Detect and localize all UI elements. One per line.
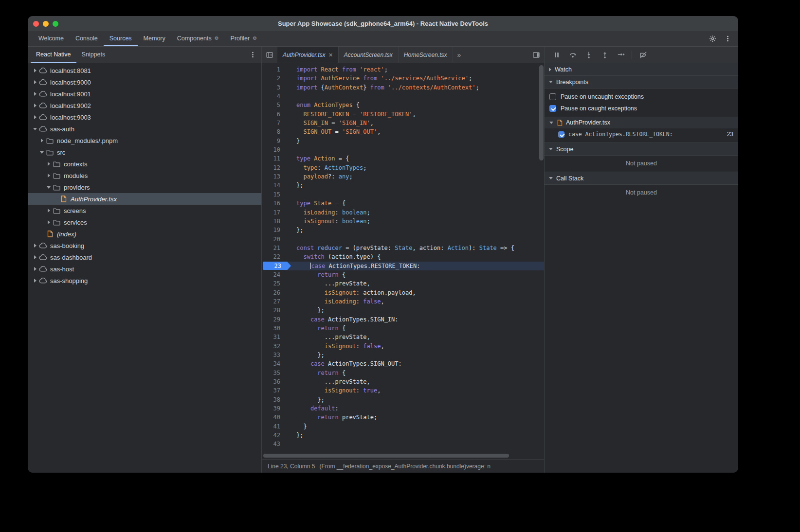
line-number[interactable]: 29 xyxy=(262,315,285,324)
tree-item-sas-shopping[interactable]: sas-shopping xyxy=(28,275,261,286)
tree-item-src[interactable]: src xyxy=(28,146,261,158)
breakpoint-entry[interactable]: case ActionTypes.RESTORE_TOKEN: 23 xyxy=(545,128,738,140)
pause-script-button[interactable] xyxy=(548,49,564,61)
zoom-window-button[interactable] xyxy=(53,21,58,27)
step-out-button[interactable] xyxy=(597,49,613,61)
tree-item--index-[interactable]: (index) xyxy=(28,228,261,240)
tree-item-localhost-9001[interactable]: localhost:9001 xyxy=(28,88,261,100)
tree-item-modules[interactable]: modules xyxy=(28,170,261,181)
navigator-tab-react-native[interactable]: React Native xyxy=(31,47,76,63)
settings-gear-icon[interactable] xyxy=(709,35,716,42)
line-number[interactable]: 1 xyxy=(262,65,285,74)
tree-item-providers[interactable]: providers xyxy=(28,181,261,193)
scope-section-header[interactable]: Scope xyxy=(545,142,738,156)
breakpoint-checkbox[interactable] xyxy=(558,131,564,138)
editor-tab-homescreen-tsx[interactable]: HomeScreen.tsx xyxy=(399,47,453,63)
vertical-scrollbar[interactable] xyxy=(539,65,544,160)
pause-uncaught-checkbox[interactable] xyxy=(549,93,556,100)
pause-uncaught-row[interactable]: Pause on uncaught exceptions xyxy=(545,91,738,103)
step-button[interactable] xyxy=(613,49,629,61)
line-number[interactable]: 18 xyxy=(262,217,285,226)
tree-item-screens[interactable]: screens xyxy=(28,205,261,216)
tree-item-services[interactable]: services xyxy=(28,216,261,228)
line-number[interactable]: 10 xyxy=(262,145,285,154)
bundle-link[interactable]: __federation_expose_AuthProvider.chunk.b… xyxy=(337,463,464,470)
main-tab-sources[interactable]: Sources xyxy=(104,31,138,46)
line-number[interactable]: 12 xyxy=(262,163,285,172)
line-number[interactable]: 22 xyxy=(262,252,285,261)
line-number[interactable]: 13 xyxy=(262,172,285,181)
navigator-tab-snippets[interactable]: Snippets xyxy=(76,47,111,63)
tree-item-localhost-9002[interactable]: localhost:9002 xyxy=(28,100,261,111)
line-number[interactable]: 3 xyxy=(262,83,285,92)
line-number[interactable]: 26 xyxy=(262,288,285,297)
line-number-gutter[interactable]: 1234567891011121314151617181920212223242… xyxy=(262,63,285,452)
line-number[interactable]: 8 xyxy=(262,127,285,136)
source-code[interactable]: import React from 'react';import AuthSer… xyxy=(285,63,544,452)
deactivate-breakpoints-button[interactable] xyxy=(635,49,651,61)
breakpoint-marker[interactable]: 23 xyxy=(263,262,291,270)
line-number[interactable]: 17 xyxy=(262,208,285,217)
close-window-button[interactable] xyxy=(33,21,39,27)
line-number[interactable]: 40 xyxy=(262,413,285,422)
horizontal-scrollbar[interactable] xyxy=(263,454,509,458)
line-number[interactable]: 32 xyxy=(262,342,285,351)
line-number[interactable]: 16 xyxy=(262,199,285,208)
line-number[interactable]: 38 xyxy=(262,395,285,404)
line-number[interactable]: 42 xyxy=(262,431,285,440)
breakpoints-section-header[interactable]: Breakpoints xyxy=(545,76,738,89)
line-number[interactable]: 31 xyxy=(262,333,285,341)
minimize-window-button[interactable] xyxy=(43,21,49,27)
tree-item-localhost-8081[interactable]: localhost:8081 xyxy=(28,65,261,76)
line-number[interactable]: 20 xyxy=(262,235,285,244)
tree-item-localhost-9000[interactable]: localhost:9000 xyxy=(28,76,261,88)
line-number[interactable]: 21 xyxy=(262,244,285,252)
line-number[interactable]: 33 xyxy=(262,351,285,359)
watch-section-header[interactable]: Watch xyxy=(545,63,738,76)
close-tab-icon[interactable]: × xyxy=(329,52,333,58)
tree-item-localhost-9003[interactable]: localhost:9003 xyxy=(28,111,261,123)
dock-debugger-panel-icon[interactable] xyxy=(532,51,540,59)
step-into-button[interactable] xyxy=(581,49,597,61)
line-number[interactable]: 24 xyxy=(262,270,285,279)
line-number[interactable]: 4 xyxy=(262,92,285,101)
line-number[interactable]: 37 xyxy=(262,386,285,395)
line-number[interactable]: 35 xyxy=(262,369,285,377)
line-number[interactable]: 2 xyxy=(262,74,285,83)
line-number[interactable]: 36 xyxy=(262,377,285,386)
breakpoint-file-group[interactable]: AuthProvider.tsx xyxy=(545,117,738,128)
line-number[interactable]: 9 xyxy=(262,137,285,145)
editor-tab-authprovider-tsx[interactable]: AuthProvider.tsx× xyxy=(277,47,339,63)
breakpoint-line-number[interactable]: 23 xyxy=(262,262,285,270)
tree-item-contexts[interactable]: contexts xyxy=(28,158,261,170)
main-tab-console[interactable]: Console xyxy=(70,31,104,46)
line-number[interactable]: 43 xyxy=(262,440,285,448)
tree-item-authprovider-tsx[interactable]: AuthProvider.tsx xyxy=(28,193,261,205)
code-viewport[interactable]: 1234567891011121314151617181920212223242… xyxy=(262,63,544,452)
line-number[interactable]: 30 xyxy=(262,324,285,333)
callstack-section-header[interactable]: Call Stack xyxy=(545,172,738,185)
line-number[interactable]: 6 xyxy=(262,110,285,119)
line-number[interactable]: 41 xyxy=(262,422,285,431)
tree-item-sas-host[interactable]: sas-host xyxy=(28,263,261,275)
tree-item-sas-auth[interactable]: sas-auth xyxy=(28,123,261,135)
line-number[interactable]: 27 xyxy=(262,297,285,306)
line-number[interactable]: 14 xyxy=(262,181,285,190)
line-number[interactable]: 25 xyxy=(262,279,285,288)
line-number[interactable]: 5 xyxy=(262,101,285,109)
toggle-navigator-icon[interactable] xyxy=(262,47,277,63)
editor-tab-accountscreen-tsx[interactable]: AccountScreen.tsx xyxy=(339,47,399,63)
pause-caught-row[interactable]: Pause on caught exceptions xyxy=(545,103,738,114)
line-number[interactable]: 34 xyxy=(262,359,285,368)
more-tabs-button[interactable]: » xyxy=(453,47,466,63)
main-tab-welcome[interactable]: Welcome xyxy=(33,31,70,46)
main-tab-profiler[interactable]: Profiler⚙ xyxy=(225,31,263,46)
main-menu-kebab-icon[interactable] xyxy=(724,35,731,42)
line-number[interactable]: 11 xyxy=(262,154,285,163)
line-number[interactable]: 28 xyxy=(262,306,285,315)
tree-item-sas-booking[interactable]: sas-booking xyxy=(28,240,261,251)
main-tab-components[interactable]: Components⚙ xyxy=(171,31,225,46)
line-number[interactable]: 15 xyxy=(262,190,285,199)
tree-item-sas-dashboard[interactable]: sas-dashboard xyxy=(28,251,261,263)
main-tab-memory[interactable]: Memory xyxy=(138,31,171,46)
